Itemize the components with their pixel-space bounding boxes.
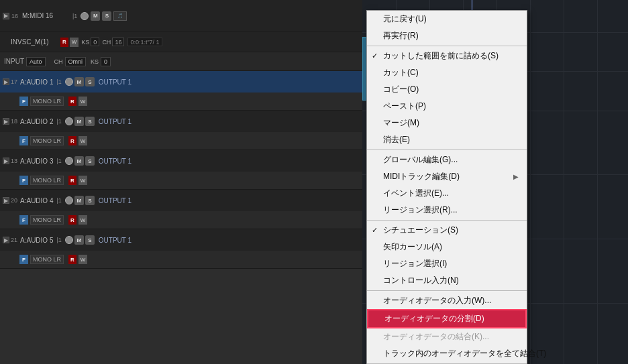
audio2-expand[interactable]: ▶ xyxy=(3,118,9,125)
menu-separator-sep2 xyxy=(367,149,527,150)
audio1-r-button[interactable]: R xyxy=(68,97,76,106)
audio4-w-button[interactable]: W xyxy=(78,215,88,225)
audio1-name: A:AUDIO 1 xyxy=(20,78,53,86)
audio3-f-button[interactable]: F xyxy=(19,176,28,185)
audio-track-3-group: ▶ 13 A:AUDIO 3 |1 M S OUTPUT 1 F MONO LR… xyxy=(0,150,362,190)
midi-track-expand[interactable]: ▶ xyxy=(3,13,9,19)
audio5-w-button[interactable]: W xyxy=(78,255,88,264)
menu-item-undo[interactable]: 元に戻す(U) xyxy=(367,11,527,27)
audio1-mono-lr: MONO LR xyxy=(30,97,64,106)
audio2-w-button[interactable]: W xyxy=(78,136,88,145)
audio5-name: A:AUDIO 5 xyxy=(20,237,53,244)
audio4-m-button[interactable]: M xyxy=(74,196,84,205)
track-panel: ▶ 16 M:MIDI 16 |1 M S 🎵 INVSC_M(1) R W K… xyxy=(0,0,362,364)
menu-item-paste[interactable]: ペースト(P) xyxy=(367,98,527,115)
audio5-expand[interactable]: ▶ xyxy=(3,237,9,243)
menu-item-global_edit[interactable]: グローバル編集(G)... xyxy=(367,151,527,168)
menu-item-cut[interactable]: カット(C) xyxy=(367,64,527,81)
audio3-s-button[interactable]: S xyxy=(85,156,95,166)
input-label: INPUT xyxy=(4,58,24,65)
menu-separator-sep4 xyxy=(367,290,527,291)
audio3-m-button[interactable]: M xyxy=(74,156,84,166)
audio4-s-button[interactable]: S xyxy=(85,196,95,205)
audio3-r-button[interactable]: R xyxy=(68,176,76,185)
audio-track-1-sub: F MONO LR R W xyxy=(0,93,362,110)
audio1-m-button[interactable]: M xyxy=(74,77,84,86)
audio2-s-button[interactable]: S xyxy=(85,117,95,126)
audio-track-4-sub: F MONO LR R W xyxy=(0,211,362,229)
audio2-f-button[interactable]: F xyxy=(19,136,28,145)
menu-item-region_select[interactable]: リージョン選択(R)... xyxy=(367,202,527,219)
grid-v-7 xyxy=(597,0,598,364)
audio1-dot xyxy=(65,78,73,86)
audio1-w-button[interactable]: W xyxy=(78,97,88,106)
menu-item-label-global_edit: グローバル編集(G)... xyxy=(383,154,458,166)
audio5-f-button[interactable]: F xyxy=(19,255,28,264)
menu-item-label-redo: 再実行(R) xyxy=(383,30,419,42)
audio5-r-button[interactable]: R xyxy=(68,255,76,264)
midi-icon: 🎵 xyxy=(113,11,127,21)
audio3-dot xyxy=(65,157,73,165)
audio4-f-button[interactable]: F xyxy=(19,215,28,225)
invsc-ks-value[interactable]: 0 xyxy=(91,38,99,46)
input-value[interactable]: Auto xyxy=(26,57,46,66)
midi-m-button[interactable]: M xyxy=(91,11,100,21)
menu-item-midi_edit[interactable]: MIDIトラック編集(D)▶ xyxy=(367,168,527,185)
menu-item-shift_cut[interactable]: カットした範囲を前に詰める(S) xyxy=(367,48,527,64)
menu-item-redo[interactable]: 再実行(R) xyxy=(367,27,527,44)
invsc-ch-value[interactable]: 16 xyxy=(112,38,124,46)
menu-item-merge[interactable]: マージ(M) xyxy=(367,115,527,131)
audio-track-4-main: ▶ 20 A:AUDIO 4 |1 M S OUTPUT 1 xyxy=(0,190,362,211)
audio1-f-button[interactable]: F xyxy=(19,97,28,106)
audio-track-2-main: ▶ 18 A:AUDIO 2 |1 M S OUTPUT 1 xyxy=(0,111,362,132)
audio5-number: 21 xyxy=(11,237,17,243)
audio2-r-button[interactable]: R xyxy=(68,136,76,145)
audio1-s-button[interactable]: S xyxy=(85,77,95,86)
audio3-number: 13 xyxy=(11,158,17,164)
audio-track-3-sub: F MONO LR R W xyxy=(0,172,362,189)
menu-item-label-audio_split: オーディオデータの分割(D) xyxy=(384,313,484,324)
audio4-number: 20 xyxy=(11,197,17,204)
grid-v-5 xyxy=(530,0,531,364)
audio-track-5-sub: F MONO LR R W xyxy=(0,251,362,268)
menu-item-label-merge: マージ(M) xyxy=(383,117,419,129)
audio5-s-button[interactable]: S xyxy=(85,235,95,245)
audio4-expand[interactable]: ▶ xyxy=(3,197,9,204)
audio-track-5-main: ▶ 21 A:AUDIO 5 |1 M S OUTPUT 1 xyxy=(0,229,362,251)
menu-item-label-situation: シチュエーション(S) xyxy=(383,225,458,236)
menu-item-audio_merge_all[interactable]: トラック内のオーディオデータを全て結合(T) xyxy=(367,345,527,362)
menu-item-label-event_select: イベント選択(E)... xyxy=(383,188,449,199)
invsc-track-name: INVSC_M(1) xyxy=(11,38,59,46)
menu-item-region_select2[interactable]: リージョン選択(I) xyxy=(367,255,527,272)
menu-item-label-audio_merge_all: トラック内のオーディオデータを全て結合(T) xyxy=(383,348,546,359)
audio5-m-button[interactable]: M xyxy=(74,235,84,245)
audio1-expand[interactable]: ▶ xyxy=(3,78,9,85)
ks-value2[interactable]: 0 xyxy=(101,57,111,66)
menu-item-audio_input[interactable]: オーディオデータの入力(W)... xyxy=(367,292,527,309)
invsc-r-button[interactable]: R xyxy=(60,38,68,47)
menu-item-audio_split[interactable]: オーディオデータの分割(D) xyxy=(367,309,527,328)
menu-item-copy[interactable]: コピー(O) xyxy=(367,81,527,98)
audio3-name: A:AUDIO 3 xyxy=(20,158,53,165)
audio4-r-button[interactable]: R xyxy=(68,215,76,225)
audio3-w-button[interactable]: W xyxy=(78,176,88,185)
menu-item-delete[interactable]: 消去(E) xyxy=(367,131,527,148)
audio-track-2-group: ▶ 18 A:AUDIO 2 |1 M S OUTPUT 1 F MONO LR… xyxy=(0,111,362,150)
invsc-position: 0:0:1:t"7/ 1 xyxy=(127,38,162,46)
menu-item-arrow_cursor[interactable]: 矢印カーソル(A) xyxy=(367,239,527,255)
grid-v-6 xyxy=(564,0,564,364)
audio4-mono-lr: MONO LR xyxy=(30,215,64,225)
audio1-sep: |1 xyxy=(56,78,61,85)
audio3-expand[interactable]: ▶ xyxy=(3,158,9,164)
menu-item-event_select[interactable]: イベント選択(E)... xyxy=(367,185,527,202)
audio-track-4-group: ▶ 20 A:AUDIO 4 |1 M S OUTPUT 1 F MONO LR… xyxy=(0,190,362,229)
menu-separator-sep1 xyxy=(367,46,527,46)
audio2-m-button[interactable]: M xyxy=(74,117,84,126)
ch-select[interactable]: Omni xyxy=(65,57,87,66)
menu-item-label-copy: コピー(O) xyxy=(383,84,419,95)
menu-item-label-audio_input: オーディオデータの入力(W)... xyxy=(383,295,491,306)
invsc-w-button[interactable]: W xyxy=(70,38,79,47)
menu-item-control_input[interactable]: コントロール入力(N) xyxy=(367,272,527,289)
menu-item-situation[interactable]: シチュエーション(S) xyxy=(367,222,527,239)
midi-s-button[interactable]: S xyxy=(102,11,111,21)
